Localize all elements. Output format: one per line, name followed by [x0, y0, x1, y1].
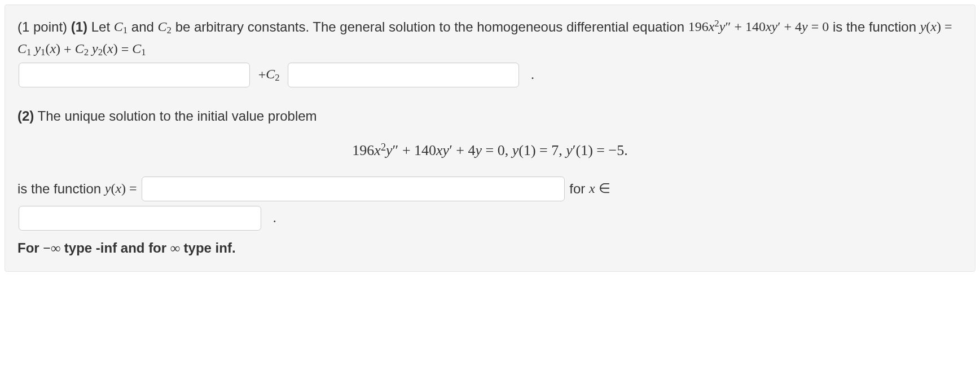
part2-answer-line: is the function y(x) = for x ∈ . [17, 174, 963, 233]
problem-container: (1 point) (1) Let C1 and C2 be arbitrary… [5, 5, 975, 272]
text: The unique solution to the initial value… [34, 108, 317, 123]
text: and [131, 19, 158, 34]
math-c1y1: C1 y1(x) [17, 41, 60, 56]
infinity-hint: For −∞ type -inf and for ∞ type inf. [17, 236, 963, 259]
math-ivp: 196x2y″ + 140xy′ + 4y = 0, y(1) = 7, y′(… [352, 142, 627, 158]
math-eq: = [941, 19, 952, 34]
text: is the function [829, 19, 920, 34]
text: Let [91, 19, 114, 34]
math-eq3: = [126, 181, 140, 196]
math-x: x [589, 181, 595, 196]
part1-text: (1 point) (1) Let C1 and C2 be arbitrary… [17, 15, 963, 90]
part2-display-equation: 196x2y″ + 140xy′ + 4y = 0, y(1) = 7, y′(… [17, 139, 963, 162]
math-elementof: ∈ [595, 181, 610, 196]
math-yx2: y(x) [105, 181, 126, 196]
answer-domain-input[interactable] [19, 206, 261, 231]
answer-yx-input[interactable] [142, 176, 565, 201]
points-label: (1 point) [17, 19, 67, 34]
math-c1: C1 [114, 19, 128, 34]
text: for [569, 181, 589, 196]
text: is the function [17, 181, 105, 196]
math-eq2: = [118, 42, 133, 56]
period2: . [266, 210, 276, 225]
answer-y1-input[interactable] [19, 63, 250, 87]
text: be arbitrary constants. The general solu… [175, 19, 688, 34]
math-c2y2: C2 y2(x) [75, 41, 118, 56]
part2-intro: (2) The unique solution to the initial v… [17, 104, 963, 126]
math-c2: C2 [158, 19, 172, 34]
math-ode: 196x2y″ + 140xy′ + 4y = 0 [688, 19, 829, 34]
part2-label: (2) [17, 108, 34, 123]
math-plus: + [60, 42, 75, 56]
math-plus-c2: +C2 [255, 67, 283, 81]
hint-text: For −∞ type -inf and for ∞ type inf. [17, 240, 236, 255]
math-c1-trail: C1 [132, 41, 146, 56]
period: . [524, 67, 534, 82]
part1-label: (1) [71, 19, 87, 34]
math-yx: y(x) [920, 19, 941, 34]
answer-y2-input[interactable] [288, 63, 519, 87]
